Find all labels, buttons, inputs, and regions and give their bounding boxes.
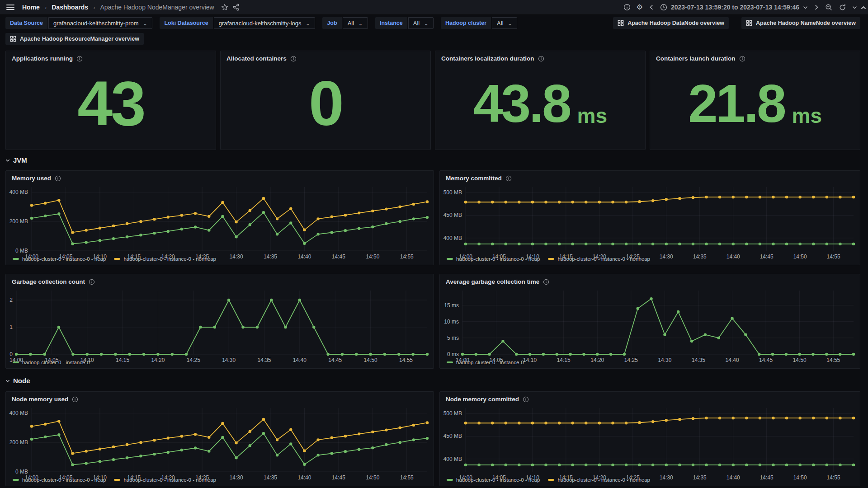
breadcrumb-home[interactable]: Home [22,4,40,11]
panel-memory-used: Memory used 14:0014:0514:1014:1514:2014:… [5,170,434,265]
link-label: Apache Hadoop ResourceManager overview [20,36,139,42]
link-resourcemanager-overview[interactable]: Apache Hadoop ResourceManager overview [5,33,144,45]
svg-text:14:05: 14:05 [492,474,506,481]
apps-grid-icon [10,36,16,42]
breadcrumb-dashboards[interactable]: Dashboards [52,4,88,11]
stat-number: 0 [309,72,342,135]
datasource-filter-value-text: grafanacloud-keithschmitty-prom [53,20,139,27]
svg-text:14:10: 14:10 [93,474,107,481]
svg-text:14:40: 14:40 [726,253,740,260]
job-filter-label[interactable]: Job [322,17,341,29]
panel-node-memory-committed: Node memory committed 14:0014:0514:1014:… [439,391,860,486]
chevron-down-icon [5,158,10,163]
svg-text:14:55: 14:55 [827,474,840,481]
share-icon[interactable] [232,4,240,11]
svg-text:14:50: 14:50 [364,357,377,363]
apps-grid-icon [618,20,624,26]
chevron-up-icon[interactable] [861,4,866,12]
chart-memory-used[interactable]: 14:0014:0514:1014:1514:2014:2514:3014:35… [6,183,434,256]
scrollbar[interactable] [860,0,868,488]
svg-text:14:45: 14:45 [760,474,774,481]
info-icon[interactable] [505,175,512,182]
panel-title[interactable]: Memory committed [446,175,502,182]
instance-filter: Instance All ⌄ [375,17,434,29]
svg-text:400 MB: 400 MB [443,456,462,462]
svg-text:0 ms: 0 ms [447,351,459,357]
chart-node-memory-committed[interactable]: 14:0014:0514:1014:1514:2014:2514:3014:35… [440,404,860,477]
info-icon[interactable] [523,396,529,403]
section-jvm[interactable]: JVM [5,156,863,164]
chevron-down-icon: ⌄ [508,20,513,27]
svg-text:14:40: 14:40 [726,474,740,481]
svg-text:14:45: 14:45 [332,253,345,260]
job-filter-value[interactable]: All ⌄ [343,17,368,29]
job-filter-value-text: All [348,20,354,27]
panel-title[interactable]: Memory used [12,175,51,182]
svg-text:14:30: 14:30 [230,253,243,260]
chevron-down-icon: ⌄ [306,20,311,27]
svg-text:14:10: 14:10 [526,474,539,481]
zoom-out-icon[interactable] [825,4,833,11]
star-icon[interactable] [221,4,228,11]
info-icon[interactable] [72,396,78,403]
loki-datasource-filter-value[interactable]: grafanacloud-keithschmitty-logs ⌄ [214,17,316,29]
instance-filter-value[interactable]: All ⌄ [408,17,434,29]
svg-text:14:15: 14:15 [116,357,129,363]
stat-value: 0 [221,57,430,150]
chart-garbage-collection-count[interactable]: 14:0014:0514:1014:1514:2014:2514:3014:35… [6,286,434,360]
svg-text:14:30: 14:30 [658,357,671,363]
svg-text:14:00: 14:00 [456,357,469,363]
breadcrumb: Home › Dashboards › Apache Hadoop NodeMa… [6,4,240,11]
info-icon[interactable] [55,175,61,182]
panel-title[interactable]: Node memory used [12,396,68,403]
svg-text:14:10: 14:10 [93,253,107,260]
panel-title[interactable]: Node memory committed [446,396,519,403]
chart-average-garbage-collection-time[interactable]: 14:0014:0514:1014:1514:2014:2514:3014:35… [440,286,860,360]
svg-text:14:55: 14:55 [400,253,414,260]
time-shift-back-icon[interactable] [649,5,654,10]
svg-text:14:45: 14:45 [328,357,342,363]
svg-text:14:20: 14:20 [593,253,606,260]
svg-text:14:35: 14:35 [692,357,705,363]
breadcrumb-current-dashboard: Apache Hadoop NodeManager overview [100,4,214,11]
refresh-icon[interactable] [839,4,846,11]
info-icon[interactable] [543,279,549,285]
menu-icon[interactable] [6,5,14,10]
panel-average-garbage-collection-time: Average garbage collection time 14:0014:… [439,274,860,369]
svg-text:14:30: 14:30 [660,253,673,260]
datasource-filter-label[interactable]: Data Source [5,17,47,29]
hadoop-cluster-filter-value[interactable]: All ⌄ [492,17,517,29]
info-icon[interactable] [89,279,95,285]
dashboard-info-icon[interactable] [623,4,631,11]
chevron-down-icon: ⌄ [143,20,148,27]
refresh-interval-chevron-icon[interactable] [852,5,857,10]
svg-text:14:15: 14:15 [127,474,141,481]
svg-text:14:40: 14:40 [297,474,311,481]
panel-title[interactable]: Garbage collection count [12,278,85,285]
svg-text:14:15: 14:15 [559,253,573,260]
chart-node-memory-used[interactable]: 14:0014:0514:1014:1514:2014:2514:3014:35… [6,404,434,477]
svg-text:14:00: 14:00 [9,357,23,363]
panel-memory-committed: Memory committed 14:0014:0514:1014:1514:… [439,170,860,265]
time-shift-forward-icon[interactable] [814,5,819,10]
time-range-picker[interactable]: 2023-07-13 13:59:20 to 2023-07-13 14:59:… [660,4,808,11]
job-filter: Job All ⌄ [322,17,368,29]
stat-unit: ms [577,103,607,128]
link-datanode-overview[interactable]: Apache Hadoop DataNode overview [613,17,729,29]
panel-title[interactable]: Average garbage collection time [446,278,539,285]
chevron-down-icon [5,379,10,383]
svg-text:14:45: 14:45 [760,253,774,260]
loki-datasource-filter-label[interactable]: Loki Datasource [160,17,212,29]
chart-memory-committed[interactable]: 14:0014:0514:1014:1514:2014:2514:3014:35… [440,183,860,256]
section-node[interactable]: Node [5,377,863,385]
svg-text:14:50: 14:50 [366,253,379,260]
instance-filter-label[interactable]: Instance [375,17,407,29]
top-navbar: Home › Dashboards › Apache Hadoop NodeMa… [0,0,868,15]
svg-text:14:10: 14:10 [80,357,94,363]
apps-grid-icon [746,20,752,26]
settings-gear-icon[interactable]: ⚙ [637,4,643,11]
datasource-filter-value[interactable]: grafanacloud-keithschmitty-prom ⌄ [48,17,152,29]
hadoop-cluster-filter-label[interactable]: Hadoop cluster [441,17,491,29]
svg-text:14:25: 14:25 [626,253,640,260]
link-namenode-overview[interactable]: Apache Hadoop NameNode overview [741,17,860,29]
